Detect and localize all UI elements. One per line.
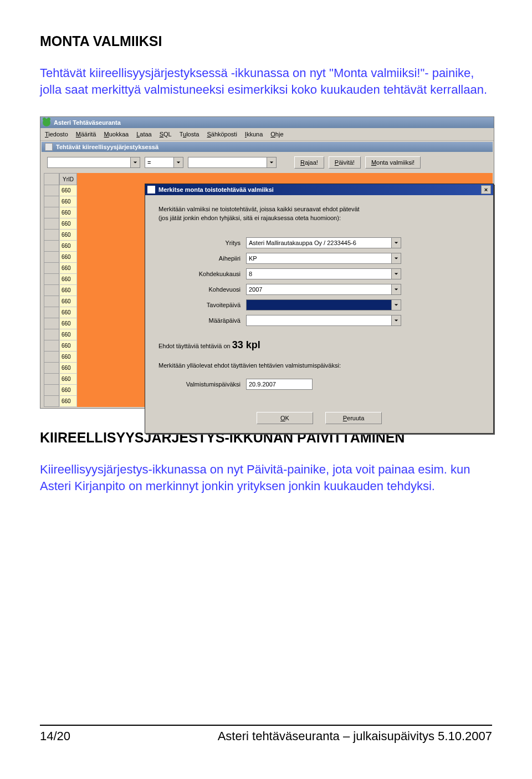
- grid-cell[interactable]: 660: [59, 329, 77, 340]
- app-icon: [43, 119, 50, 126]
- grid-cell[interactable]: 660: [59, 207, 77, 218]
- app-titlebar: Asteri Tehtäväseuranta: [40, 117, 494, 128]
- grid-cell[interactable]: 660: [59, 385, 77, 396]
- grid-cell[interactable]: 660: [59, 363, 77, 374]
- combo-tavoitepaiva[interactable]: [246, 299, 401, 310]
- filter-field-combo[interactable]: [47, 157, 140, 168]
- footer-text: Asteri tehtäväseuranta – julkaisupäivity…: [218, 729, 492, 744]
- filter-value-combo[interactable]: [188, 157, 277, 168]
- menu-maarita[interactable]: Määritä: [76, 131, 96, 138]
- footer-page-num: 14/20: [40, 729, 70, 744]
- cancel-button[interactable]: Peruuta: [325, 412, 382, 424]
- menu-tulosta[interactable]: Tulosta: [180, 131, 200, 138]
- menu-lataa[interactable]: Lataa: [136, 131, 152, 138]
- grid-cell[interactable]: 660: [59, 185, 77, 196]
- chevron-down-icon: [130, 157, 140, 167]
- paivita-button[interactable]: Päivitä!: [329, 156, 361, 169]
- para1-button-name: "Monta valmiiksi!": [329, 66, 424, 80]
- chevron-down-icon: [391, 284, 401, 294]
- grid-cell[interactable]: 660: [59, 230, 77, 241]
- grid-cell[interactable]: 660: [59, 374, 77, 385]
- dialog-titlebar: Merkitse monta toistotehtävää valmiiksi …: [145, 184, 493, 195]
- chevron-down-icon: [391, 300, 401, 310]
- dialog-intro: Merkitään valmiiksi ne toistotehtävät, j…: [158, 205, 480, 223]
- dialog-title: Merkitse monta toistotehtävää valmiiksi: [158, 186, 274, 193]
- grid-cell[interactable]: 660: [59, 318, 77, 329]
- app-title: Asteri Tehtäväseuranta: [54, 119, 121, 126]
- dialog-merkitse-monta: Merkitse monta toistotehtävää valmiiksi …: [145, 184, 494, 434]
- rajaa-button[interactable]: Rajaa!: [294, 156, 324, 169]
- input-valmistumispv[interactable]: 20.9.2007: [246, 379, 313, 390]
- filter-bar: = Rajaa! Päivitä! Monta valmiiksi!: [42, 152, 493, 173]
- doc-heading-1: MONTA VALMIIKSI: [40, 33, 492, 49]
- chevron-down-icon: [391, 315, 401, 325]
- note-label: Merkitään ylläolevat ehdot täyttävien te…: [158, 362, 480, 369]
- para1-prefix: Tehtävät kiireellisyysjärjestyksessä -ik…: [40, 66, 329, 80]
- col-header-yrid[interactable]: YrID: [59, 173, 77, 185]
- count-row: Ehdot täyttäviä tehtäviä on 33 kpl: [158, 339, 480, 351]
- combo-yritys[interactable]: Asteri Mallirautakauppa Oy / 2233445-6: [246, 237, 401, 248]
- close-button[interactable]: ×: [481, 185, 491, 194]
- subwindow-title: Tehtävät kiireellisyysjärjestyksessä: [56, 144, 158, 150]
- label-aihepiiri: Aihepiiri: [158, 255, 246, 262]
- grid-cell[interactable]: 660: [59, 241, 77, 252]
- close-icon: ×: [484, 186, 488, 193]
- grid-cell[interactable]: 660: [59, 352, 77, 363]
- app-screenshot: Asteri Tehtäväseuranta Tiedosto Määritä …: [40, 116, 494, 409]
- chevron-down-icon: [173, 157, 183, 167]
- chevron-down-icon: [267, 157, 276, 167]
- combo-kohdekuukausi[interactable]: 8: [246, 268, 401, 279]
- grid-yrid-col: YrID 660 660 660 660 660 660 660 660 660…: [59, 173, 77, 407]
- grid-cell[interactable]: 660: [59, 307, 77, 318]
- combo-aihepiiri[interactable]: KP: [246, 253, 401, 264]
- label-kohdevuosi: Kohdevuosi: [158, 286, 246, 293]
- grid-cell[interactable]: 660: [59, 263, 77, 274]
- doc-para-2: Kiireellisyysjärjestys-ikkunassa on nyt …: [40, 461, 492, 494]
- menu-sql[interactable]: SQL: [160, 131, 172, 138]
- grid-cell[interactable]: 660: [59, 252, 77, 263]
- label-kohdekuukausi: Kohdekuukausi: [158, 271, 246, 277]
- menu-sahkoposti[interactable]: Sähköposti: [207, 131, 237, 138]
- grid-cell[interactable]: 660: [59, 296, 77, 307]
- menu-tiedosto[interactable]: Tiedosto: [45, 131, 68, 138]
- grid-cell[interactable]: 660: [59, 196, 77, 207]
- chevron-down-icon: [391, 253, 401, 263]
- grid-cell[interactable]: 660: [59, 396, 77, 407]
- label-yritys: Yritys: [158, 240, 246, 246]
- ok-button[interactable]: OK: [257, 412, 313, 424]
- grid-cell[interactable]: 660: [59, 274, 77, 285]
- combo-maarapaiva[interactable]: [246, 315, 401, 326]
- grid-cell[interactable]: 660: [59, 285, 77, 296]
- grid-cell[interactable]: 660: [59, 340, 77, 352]
- label-valmistumispv: Valmistumispäiväksi: [158, 381, 246, 388]
- dialog-body: Merkitään valmiiksi ne toistotehtävät, j…: [145, 195, 493, 433]
- menubar: Tiedosto Määritä Muokkaa Lataa SQL Tulos…: [40, 128, 494, 141]
- subwindow-icon: [45, 143, 53, 151]
- doc-para-1: Tehtävät kiireellisyysjärjestyksessä -ik…: [40, 65, 492, 98]
- count-value: 33 kpl: [232, 339, 260, 350]
- dialog-icon: [147, 186, 155, 194]
- grid-row-selector-col: [44, 173, 59, 407]
- menu-ohje[interactable]: Ohje: [270, 131, 283, 138]
- chevron-down-icon: [391, 269, 401, 279]
- combo-kohdevuosi[interactable]: 2007: [246, 284, 401, 295]
- subwindow-titlebar: Tehtävät kiireellisyysjärjestyksessä: [42, 142, 493, 152]
- grid-cell[interactable]: 660: [59, 218, 77, 230]
- label-maarapaiva: Määräpäivä: [158, 317, 246, 324]
- menu-ikkuna[interactable]: Ikkuna: [245, 131, 263, 138]
- monta-valmiiksi-button[interactable]: Monta valmiiksi!: [365, 156, 421, 169]
- label-tavoitepaiva: Tavoitepäivä: [158, 302, 246, 308]
- page-footer: 14/20 Asteri tehtäväseuranta – julkaisup…: [40, 725, 492, 744]
- chevron-down-icon: [391, 238, 401, 248]
- filter-op-combo[interactable]: =: [145, 157, 183, 168]
- menu-muokkaa[interactable]: Muokkaa: [104, 131, 129, 138]
